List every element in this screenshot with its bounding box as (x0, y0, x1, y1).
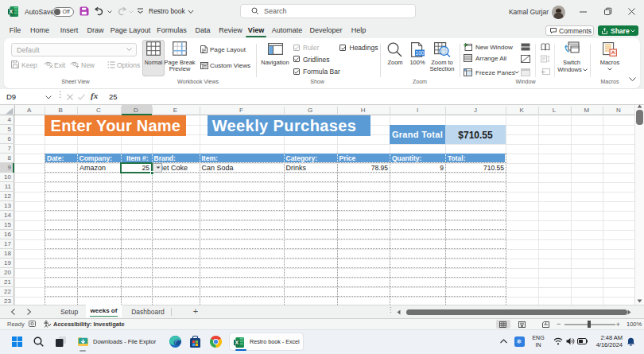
svg-text:X: X (9, 8, 13, 15)
svg-text:100: 100 (416, 50, 425, 56)
svg-text:X: X (235, 339, 239, 346)
